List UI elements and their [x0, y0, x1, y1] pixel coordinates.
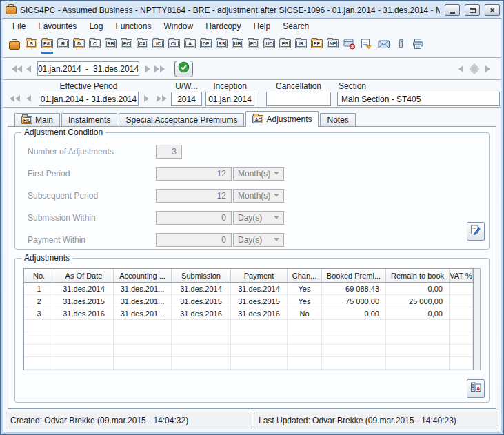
title-bar[interactable]: SICS4PC - Assumed Business - NPTTY8164 -… — [1, 1, 503, 17]
menu-file[interactable]: File — [6, 20, 32, 32]
chevron-down-icon — [274, 172, 279, 175]
tab-main[interactable]: P/LMain — [14, 113, 60, 126]
edit-note-button[interactable] — [467, 222, 485, 241]
toolbar-button-pp[interactable]: PP — [311, 37, 323, 55]
toolbar-button-pd[interactable]: PD — [248, 37, 259, 55]
prev-period-button[interactable] — [26, 95, 31, 102]
maximize-button[interactable] — [465, 4, 480, 16]
first-record-button[interactable] — [12, 65, 22, 72]
table-scrollbar[interactable] — [474, 268, 481, 370]
first-period-input[interactable]: 12 — [156, 167, 232, 181]
cancellation-field[interactable] — [266, 92, 331, 106]
log-list-button[interactable] — [360, 37, 373, 54]
first-period-button[interactable] — [10, 95, 20, 102]
previous-record-button[interactable] — [26, 65, 31, 72]
next-record-button[interactable] — [145, 65, 150, 72]
empty-table-row[interactable] — [24, 332, 473, 345]
condition-row-payment-within: Payment Within0Day(s) — [28, 232, 461, 247]
toolbar-button-rs[interactable]: RS — [216, 37, 228, 55]
toolbar-button-c[interactable]: C — [89, 37, 101, 55]
menu-window[interactable]: Window — [157, 20, 199, 32]
column-header-as-of-date[interactable]: As Of Date — [54, 269, 114, 282]
toolbar-button-d[interactable]: D — [73, 37, 85, 55]
toolbar-button-rb[interactable]: RB — [105, 37, 117, 55]
tab-special-acceptance-premiums[interactable]: Special Acceptance Premiums — [119, 113, 244, 126]
column-header-submission[interactable]: Submission — [172, 269, 231, 282]
uw-year-label: U/W... — [171, 81, 202, 91]
submission-within-input[interactable]: 0 — [156, 211, 232, 225]
sort-split-control[interactable] — [470, 63, 479, 74]
toolbar-home-button[interactable] — [9, 41, 20, 50]
inception-field[interactable]: 01.jan.2014 — [205, 92, 254, 106]
table-row[interactable]: 231.des.201531.des.201...31.des.201531.d… — [24, 295, 473, 307]
toolbar-button-p-l[interactable]: P/L — [41, 37, 53, 55]
attachments-button[interactable] — [394, 37, 407, 54]
column-header-chan[interactable]: Chan... — [288, 269, 322, 282]
toolbar-button-dp[interactable]: DP — [200, 37, 212, 55]
toolbar-button-ca[interactable]: CA — [137, 37, 148, 55]
toolbar: SP/LRDCRBPCCAICCLADPRSUBPDUDESIRPPNP — [3, 34, 501, 58]
empty-table-row[interactable] — [24, 357, 473, 370]
next-period-button[interactable] — [144, 95, 149, 102]
toolbar-button-pc[interactable]: PC — [121, 37, 132, 55]
table-row[interactable]: 331.des.201631.des.201...31.des.201631.d… — [24, 307, 473, 320]
table-row[interactable]: 131.des.201431.des.201...31.des.201431.d… — [24, 283, 473, 295]
confirm-button[interactable] — [174, 61, 193, 77]
prev-item-button[interactable] — [458, 63, 463, 75]
menu-favourites[interactable]: Favourites — [32, 20, 83, 32]
folder-icon-label: UD — [265, 41, 274, 47]
tab-adjustments[interactable]: ACAdjustments — [245, 111, 319, 127]
tab-notes[interactable]: Notes — [320, 113, 355, 126]
submission-within-unit-select[interactable]: Day(s) — [233, 211, 284, 225]
column-header-no[interactable]: No. — [24, 269, 54, 282]
number-of-adjustments-input[interactable]: 3 — [156, 145, 182, 159]
toolbar-button-r[interactable]: R — [57, 37, 69, 55]
tab-instalments[interactable]: Instalments — [61, 113, 117, 126]
menu-functions[interactable]: Functions — [109, 20, 157, 32]
last-record-button[interactable] — [154, 65, 165, 72]
mail-button[interactable] — [377, 37, 390, 54]
toolbar-button-ub[interactable]: UB — [232, 37, 243, 55]
toolbar-button-s[interactable]: S — [26, 37, 37, 55]
menu-log[interactable]: Log — [83, 20, 109, 32]
folder-icon: CA — [137, 39, 148, 48]
payment-within-unit-select[interactable]: Day(s) — [233, 233, 284, 247]
adjustment-condition-group: Adjustment Condition Number of Adjustmen… — [14, 132, 490, 250]
section-field[interactable]: Main Section - ST405 — [337, 92, 500, 106]
menu-search[interactable]: Search — [276, 20, 315, 32]
toolbar-button-np[interactable]: NP — [327, 37, 339, 55]
menu-hardcopy[interactable]: Hardcopy — [199, 20, 247, 32]
print-icon — [412, 39, 424, 52]
minimize-button[interactable] — [445, 4, 460, 16]
effective-period-field[interactable]: 01.jan.2014 - 31.des.2014 — [39, 92, 139, 106]
folder-icon-label: A — [185, 41, 194, 47]
subsequent-period-unit-select[interactable]: Month(s) — [233, 189, 284, 203]
last-period-button[interactable] — [157, 95, 167, 102]
column-setup-button[interactable]: A — [467, 379, 485, 398]
toolbar-button-ud[interactable]: UD — [263, 37, 275, 55]
uw-year-field[interactable]: 2014 — [171, 92, 202, 106]
toolbar-button-a[interactable]: A — [184, 37, 196, 55]
column-header-payment[interactable]: Payment — [231, 269, 288, 282]
toolbar-button-cl[interactable]: CL — [168, 37, 180, 55]
delete-record-button[interactable] — [343, 37, 356, 54]
subsequent-period-input[interactable]: 12 — [156, 189, 232, 203]
empty-table-row[interactable] — [24, 345, 473, 357]
first-period-unit-select[interactable]: Month(s) — [233, 167, 284, 181]
unit-value: Month(s) — [238, 169, 270, 179]
close-button[interactable]: × — [485, 4, 500, 16]
toolbar-button-es[interactable]: ES — [279, 37, 291, 55]
print-button[interactable] — [412, 37, 425, 54]
adjustments-group: Adjustments No.As Of DateAccounting ...S… — [14, 258, 490, 403]
column-header-booked-premi[interactable]: Booked Premi... — [322, 269, 386, 282]
column-header-vat[interactable]: VAT % — [450, 269, 473, 282]
column-header-accounting[interactable]: Accounting ... — [114, 269, 172, 282]
period-range-field[interactable]: 01.jan.2014 - 31.des.2014 — [37, 61, 139, 76]
next-item-button[interactable] — [485, 63, 490, 75]
column-header-remain-to-book[interactable]: Remain to book — [386, 269, 450, 282]
empty-table-row[interactable] — [24, 320, 473, 332]
payment-within-input[interactable]: 0 — [156, 233, 232, 247]
toolbar-button-ic[interactable]: IC — [152, 37, 164, 55]
toolbar-button-ir[interactable]: IR — [295, 37, 307, 55]
menu-help[interactable]: Help — [247, 20, 276, 32]
